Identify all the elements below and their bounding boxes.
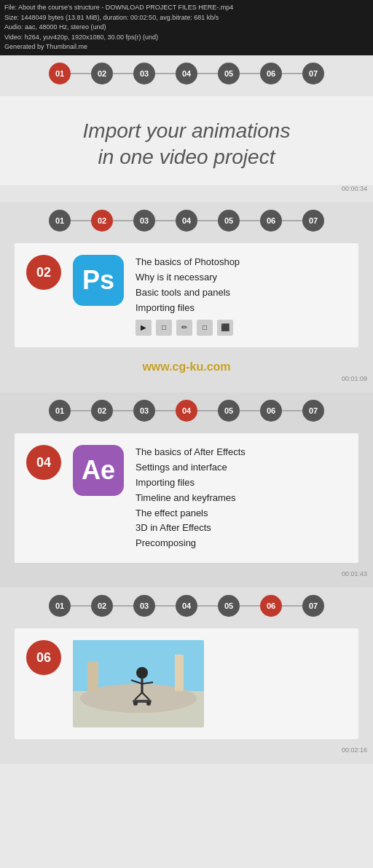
timeline-line: [155, 220, 176, 221]
ae-line-3: Importing files: [136, 476, 347, 491]
timeline-3: 01020304050607: [0, 392, 373, 433]
ae-line-4: Timeline and keyframes: [136, 491, 347, 506]
svg-rect-13: [87, 662, 98, 691]
info-line-5: Generated by Thumbnail.me: [4, 42, 369, 52]
timeline-line: [282, 73, 302, 74]
timestamp-2: 00:01:09: [0, 375, 373, 385]
timeline-dot-04: 04: [176, 595, 197, 617]
ps-line-4: Importing files: [136, 301, 347, 316]
timeline-line: [197, 220, 218, 221]
timeline-dot-07: 07: [302, 400, 324, 422]
timeline-2: 01020304050607: [0, 202, 373, 243]
timeline-line: [282, 605, 302, 607]
info-line-3: Audio: aac, 48000 Hz, stereo (und): [4, 23, 369, 33]
timeline-dot-07: 07: [302, 63, 324, 84]
watermark: www.cg-ku.com: [0, 355, 373, 375]
ae-line-6: 3D in After Effects: [136, 521, 347, 536]
timeline-dot-05: 05: [218, 400, 240, 422]
tool-icon-3: ✏: [176, 320, 192, 336]
tool-icon-5: ⬛: [217, 320, 233, 336]
timeline-line: [197, 605, 218, 607]
ps-line-1: The basics of Photoshop: [136, 255, 347, 270]
timeline-line: [155, 410, 176, 411]
timeline-dot-02: 02: [91, 400, 113, 422]
timestamp-4: 00:02:16: [0, 746, 373, 757]
timeline-dot-03: 03: [133, 400, 155, 422]
timeline-line: [197, 410, 218, 411]
section06-image: [73, 640, 204, 727]
ae-line-7: Precomposing: [136, 536, 347, 551]
info-line-4: Video: h264, yuv420p, 1920x1080, 30.00 f…: [4, 33, 369, 43]
photoshop-text: The basics of Photoshop Why is it necess…: [136, 255, 347, 336]
timeline-line: [71, 73, 91, 74]
timeline-dot-01: 01: [49, 400, 71, 422]
timeline-dot-03: 03: [133, 210, 155, 232]
timeline-line: [240, 73, 260, 74]
timeline-4: 01020304050607: [0, 588, 373, 628]
timeline-dot-04: 04: [176, 400, 197, 422]
hero-section: Import your animationsin one video proje…: [0, 96, 373, 186]
timeline-line: [71, 605, 91, 607]
timeline-dot-05: 05: [218, 595, 240, 617]
ps-line-3: Basic tools and panels: [136, 285, 347, 301]
aftereffects-icon: Ae: [73, 445, 124, 496]
tool-icons-row: ▶ □ ✏ □ ⬛: [136, 320, 347, 336]
svg-point-3: [136, 667, 148, 679]
timeline-line: [113, 73, 133, 74]
tool-icon-4: □: [197, 320, 213, 336]
info-line-2: Size: 1448049 bytes (13.81 MiB), duratio…: [4, 13, 369, 23]
timeline-dot-05: 05: [218, 210, 240, 232]
timeline-line: [113, 410, 133, 411]
timeline-dot-02: 02: [91, 210, 113, 232]
timeline-line: [155, 73, 176, 74]
timeline-dot-04: 04: [176, 63, 197, 84]
image-inner: [73, 640, 204, 727]
timeline-dot-06: 06: [260, 400, 282, 422]
photoshop-card: 02 Ps The basics of Photoshop Why is it …: [15, 243, 358, 347]
card-number-04: 04: [26, 445, 61, 480]
photoshop-icon: Ps: [73, 255, 124, 306]
timeline-dot-01: 01: [49, 595, 71, 617]
timeline-line: [240, 220, 260, 221]
timeline-dot-06: 06: [260, 210, 282, 232]
timeline-line: [240, 605, 260, 607]
timeline-line: [197, 73, 218, 74]
svg-point-11: [146, 701, 151, 706]
timeline-dot-01: 01: [49, 63, 71, 84]
timeline-dot-07: 07: [302, 210, 324, 232]
section-aftereffects: 01020304050607 04 Ae The basics of After…: [0, 392, 373, 588]
timestamp-1: 00:00:34: [0, 185, 373, 195]
aftereffects-text: The basics of After Effects Settings and…: [136, 445, 347, 551]
ae-line-1: The basics of After Effects: [136, 445, 347, 460]
hero-title: Import your animationsin one video proje…: [15, 118, 358, 171]
card-number-02: 02: [26, 255, 61, 290]
timeline-line: [155, 605, 176, 607]
timeline-dot-06: 06: [260, 595, 282, 617]
ps-line-2: Why is it necessary: [136, 270, 347, 285]
timeline-dot-02: 02: [91, 63, 113, 84]
timeline-dot-01: 01: [49, 210, 71, 232]
svg-rect-12: [175, 655, 184, 691]
timeline-dot-06: 06: [260, 63, 282, 84]
timeline-1: 01020304050607: [0, 55, 373, 96]
ae-line-2: Settings and interface: [136, 460, 347, 476]
ae-line-5: The effect panels: [136, 506, 347, 521]
section-photoshop: 01020304050607 02 Ps The basics of Photo…: [0, 202, 373, 392]
section-06: 01020304050607 06: [0, 588, 373, 764]
timeline-dot-03: 03: [133, 595, 155, 617]
timeline-line: [282, 220, 302, 221]
timestamp-3: 00:01:43: [0, 570, 373, 580]
info-bar: File: About the course's structure - DOW…: [0, 0, 373, 55]
timeline-line: [71, 220, 91, 221]
timeline-dot-02: 02: [91, 595, 113, 617]
svg-point-10: [133, 701, 138, 706]
section06-card: 06: [15, 628, 358, 739]
timeline-line: [71, 410, 91, 411]
card-number-06: 06: [26, 640, 61, 675]
timeline-line: [282, 410, 302, 411]
aftereffects-card: 04 Ae The basics of After Effects Settin…: [15, 433, 358, 563]
tool-icon-2: □: [156, 320, 172, 336]
timeline-line: [113, 220, 133, 221]
timeline-dot-07: 07: [302, 595, 324, 617]
timeline-dot-03: 03: [133, 63, 155, 84]
